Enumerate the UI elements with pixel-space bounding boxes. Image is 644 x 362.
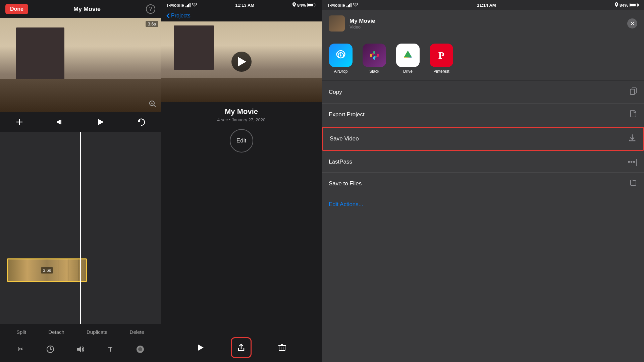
- share-app-slack[interactable]: Slack: [361, 44, 388, 74]
- undo-button[interactable]: [135, 116, 147, 128]
- help-button[interactable]: ?: [146, 4, 155, 14]
- svg-point-15: [138, 347, 142, 351]
- rewind-button[interactable]: [54, 116, 66, 128]
- lastpass-row[interactable]: LastPass •••|: [322, 152, 644, 173]
- scissors-tool[interactable]: ✂: [13, 342, 28, 357]
- pinterest-icon: P: [430, 44, 453, 67]
- p3-location-icon: [615, 2, 618, 8]
- editor-title: My Movie: [73, 6, 101, 13]
- text-tool[interactable]: T: [103, 342, 118, 357]
- svg-line-1: [154, 105, 156, 107]
- add-clip-button[interactable]: [13, 116, 25, 128]
- clip-duration: 3.6s: [41, 267, 53, 274]
- airdrop-icon: [329, 44, 353, 67]
- clip-actions-row: Split Detach Duplicate Delete: [0, 326, 161, 339]
- svg-rect-29: [377, 54, 379, 57]
- location-icon: [292, 2, 296, 8]
- imovie-editor-panel: Done My Movie ? 3.6s: [0, 0, 161, 362]
- p3-time: 11:14 AM: [477, 3, 496, 8]
- slack-icon: [363, 44, 386, 67]
- project-meta: 4 sec • January 27, 2020: [217, 117, 265, 122]
- edit-btn-container: Edit: [230, 129, 253, 153]
- svg-marker-8: [98, 119, 104, 125]
- share-app-pinterest[interactable]: P Pinterest: [428, 44, 455, 74]
- svg-point-23: [616, 3, 617, 5]
- delete-project-button[interactable]: [274, 339, 290, 356]
- battery-icon: [307, 3, 316, 7]
- zoom-button[interactable]: [147, 99, 158, 109]
- svg-rect-38: [630, 89, 635, 95]
- editor-header: Done My Movie ?: [0, 0, 161, 18]
- play-button[interactable]: [95, 116, 107, 128]
- p3-status-right: 84%: [615, 2, 639, 8]
- save-to-files-icon: [629, 179, 637, 189]
- export-project-row[interactable]: Export Project: [322, 104, 644, 126]
- airdrop-label: AirDrop: [334, 69, 348, 74]
- drive-icon: [396, 44, 420, 67]
- filter-tool[interactable]: [133, 342, 148, 357]
- close-share-sheet-button[interactable]: ✕: [627, 18, 637, 28]
- time-display: 11:13 AM: [235, 3, 255, 8]
- share-movie-type: Video: [350, 24, 623, 29]
- panel2-status-bar: T-Mobile 11:13 AM: [161, 0, 322, 10]
- p3-status-left: T-Mobile: [327, 3, 358, 8]
- video-frame: [0, 18, 161, 112]
- audio-tool[interactable]: [73, 342, 88, 357]
- signal-icon: [185, 3, 191, 7]
- save-to-files-label: Save to Files: [329, 180, 362, 187]
- p3-signal-icon: [346, 3, 352, 7]
- svg-rect-31: [372, 53, 374, 55]
- project-info: My Movie 4 sec • January 27, 2020 Edit: [161, 102, 322, 158]
- p3-wifi-icon: [353, 3, 358, 8]
- status-left: T-Mobile: [166, 3, 197, 8]
- share-actions-list: Copy Export Project Save Video: [322, 81, 644, 362]
- project-video-container: [161, 21, 322, 102]
- svg-marker-6: [56, 120, 60, 124]
- clip-thumbnail[interactable]: 3.6s: [7, 258, 87, 282]
- svg-marker-17: [198, 345, 204, 351]
- panel2-nav: Projects: [161, 10, 322, 21]
- share-app-drive[interactable]: Drive: [394, 44, 421, 74]
- share-button[interactable]: [233, 339, 250, 356]
- edit-project-button[interactable]: Edit: [230, 129, 253, 153]
- save-video-row[interactable]: Save Video: [322, 127, 644, 151]
- edit-actions-row[interactable]: Edit Actions...: [322, 195, 644, 214]
- tool-icons-row: ✂ T: [0, 339, 161, 359]
- share-sheet-panel: T-Mobile 11:14 AM: [322, 0, 644, 362]
- wifi-icon: [192, 3, 197, 8]
- copy-icon: [629, 87, 637, 97]
- export-project-label: Export Project: [329, 111, 365, 118]
- detach-button[interactable]: Detach: [46, 328, 67, 336]
- battery-percent: 84%: [297, 3, 306, 8]
- save-video-label: Save Video: [330, 135, 359, 142]
- lastpass-label: LastPass: [329, 159, 352, 165]
- playback-controls: [0, 112, 161, 132]
- play-overlay-button[interactable]: [231, 52, 252, 72]
- share-app-airdrop[interactable]: AirDrop: [327, 44, 354, 74]
- slack-label: Slack: [369, 69, 379, 74]
- timeline-area: 3.6s: [0, 132, 161, 324]
- split-button[interactable]: Split: [14, 328, 29, 336]
- done-button[interactable]: Done: [5, 4, 28, 14]
- share-movie-thumbnail: [329, 15, 345, 32]
- video-timestamp: 3.6s: [146, 21, 158, 27]
- edit-actions-link[interactable]: Edit Actions...: [322, 195, 644, 214]
- back-to-projects-button[interactable]: Projects: [166, 13, 191, 19]
- speed-tool[interactable]: [43, 342, 58, 357]
- save-video-icon: [628, 134, 636, 144]
- save-to-files-row[interactable]: Save to Files: [322, 173, 644, 195]
- duplicate-button[interactable]: Duplicate: [84, 328, 110, 336]
- share-movie-title: My Movie: [350, 18, 623, 24]
- p3-battery-percent: 84%: [620, 3, 628, 8]
- bottom-toolbar: Split Detach Duplicate Delete ✂: [0, 324, 161, 362]
- status-right: 84%: [292, 2, 316, 8]
- play-triangle-icon: [238, 57, 246, 66]
- delete-button[interactable]: Delete: [127, 328, 147, 336]
- svg-marker-9: [139, 120, 141, 122]
- share-button-wrapper: [231, 337, 252, 358]
- share-movie-info: My Movie Video: [350, 18, 623, 29]
- pinterest-label: Pinterest: [433, 69, 449, 74]
- play-project-button[interactable]: [192, 339, 209, 356]
- back-label: Projects: [171, 13, 191, 19]
- copy-action-row[interactable]: Copy: [322, 81, 644, 104]
